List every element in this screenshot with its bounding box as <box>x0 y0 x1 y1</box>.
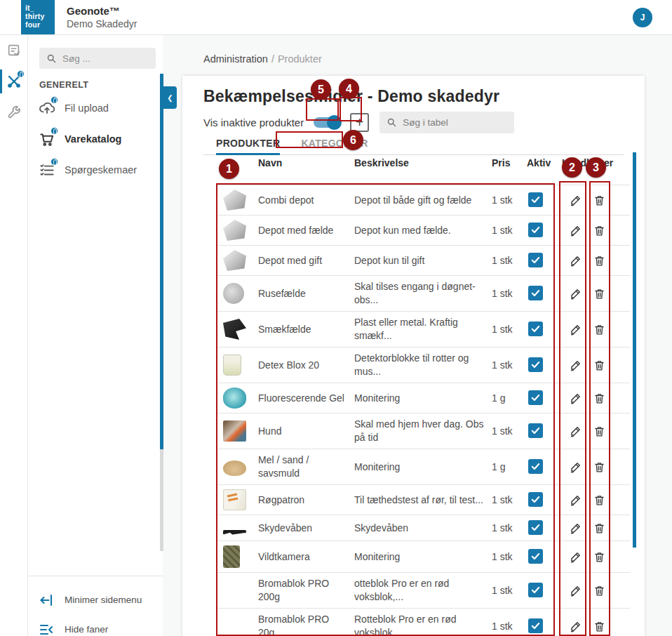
delete-button[interactable] <box>587 357 611 373</box>
logo-line: thirty <box>25 12 55 20</box>
product-thumbnail <box>223 545 240 568</box>
sidebar-collapse-tab[interactable]: ❮ <box>163 86 177 109</box>
active-checkbox[interactable] <box>528 357 543 372</box>
product-description: Rotteblok Pro er en rød voksblok... <box>354 613 492 636</box>
product-price: 1 stk <box>492 224 527 237</box>
active-checkbox[interactable] <box>528 583 543 597</box>
minimize-sidemenu-button[interactable]: Minimer sidemenu <box>28 585 163 614</box>
sidebar-item-fil-upload[interactable]: Fil upload <box>28 93 163 124</box>
delete-button[interactable] <box>587 222 611 239</box>
delete-button[interactable] <box>587 321 611 338</box>
table-row: Bromablok PRO 20g Rotteblok Pro er en rø… <box>216 608 630 636</box>
product-thumbnail <box>223 220 246 241</box>
rail-item-forms[interactable] <box>0 35 28 66</box>
add-product-button[interactable]: + <box>350 113 369 132</box>
checklist-icon <box>38 161 56 179</box>
user-avatar[interactable]: J <box>633 8 652 27</box>
delete-button[interactable] <box>587 582 611 599</box>
edit-button[interactable] <box>563 618 587 635</box>
sidebar-item-varekatalog[interactable]: Varekatalog <box>28 124 163 154</box>
sidebar-footer-divider <box>28 576 163 576</box>
delete-button[interactable] <box>587 491 611 508</box>
product-thumbnail <box>223 190 246 211</box>
active-checkbox[interactable] <box>528 253 543 267</box>
breadcrumb-administration[interactable]: Administration <box>203 53 268 65</box>
active-checkbox[interactable] <box>528 322 543 336</box>
hide-faner-label: Hide faner <box>65 624 108 635</box>
product-price: 1 stk <box>492 254 527 267</box>
tab-produkter[interactable]: PRODUKTER <box>216 133 280 154</box>
product-description: Monitering <box>354 461 492 474</box>
product-price: 1 stk <box>492 493 527 507</box>
tab-kategorier[interactable]: KATEGORIER <box>301 133 368 154</box>
sidebar-search-input[interactable] <box>62 53 140 64</box>
active-checkbox[interactable] <box>528 192 543 207</box>
product-description: Plast eller metal. Kraftig smækf... <box>354 316 492 343</box>
product-thumbnail <box>223 489 246 510</box>
product-description: Detektorblokke til rotter og mus... <box>354 352 492 378</box>
rail-item-tools[interactable] <box>0 66 28 97</box>
delete-button[interactable] <box>587 423 611 439</box>
search-icon <box>46 53 57 64</box>
product-description: Til tæthedstest af rør, til test... <box>354 493 492 507</box>
active-checkbox[interactable] <box>528 286 543 300</box>
active-checkbox[interactable] <box>528 618 543 633</box>
edit-button[interactable] <box>563 390 587 406</box>
table-row: Combi depot Depot til både gift og fælde… <box>216 185 630 215</box>
active-checkbox[interactable] <box>528 520 543 535</box>
tab-bar: PRODUKTER KATEGORIER <box>203 133 624 155</box>
product-name: Detex Blox 20 <box>258 359 354 372</box>
products-table: Navn Beskrivelse Pris Aktiv Handlinger C… <box>216 153 630 636</box>
table-search-input[interactable] <box>403 117 501 128</box>
logo-line: four <box>25 20 55 29</box>
col-header-handlinger: Handlinger <box>562 157 611 168</box>
product-name: Fluorescerende Gel <box>258 392 354 405</box>
product-thumbnail <box>223 616 246 636</box>
active-checkbox[interactable] <box>528 390 543 405</box>
hide-faner-button[interactable]: Hide faner <box>28 614 163 636</box>
table-search[interactable] <box>379 112 514 133</box>
cart-icon <box>38 130 56 148</box>
edit-button[interactable] <box>563 423 587 439</box>
active-checkbox[interactable] <box>528 459 543 474</box>
edit-button[interactable] <box>563 192 587 208</box>
delete-button[interactable] <box>587 192 611 208</box>
col-header-aktiv: Aktiv <box>527 157 563 168</box>
edit-button[interactable] <box>563 285 587 302</box>
edit-button[interactable] <box>563 582 587 599</box>
edit-button[interactable] <box>563 321 587 338</box>
edit-button[interactable] <box>563 458 587 475</box>
delete-button[interactable] <box>587 618 611 635</box>
delete-button[interactable] <box>587 390 611 406</box>
edit-button[interactable] <box>563 491 587 508</box>
edit-button[interactable] <box>563 252 587 269</box>
delete-button[interactable] <box>587 252 611 269</box>
product-description: otteblok Pro er en rød voksblok,... <box>354 577 492 604</box>
cloud-upload-icon <box>38 99 56 117</box>
edit-button[interactable] <box>563 519 587 536</box>
delete-button[interactable] <box>587 458 611 475</box>
product-description: Skydevåben <box>354 522 492 535</box>
active-checkbox[interactable] <box>528 423 543 438</box>
sidebar-item-spoergeskemaer[interactable]: Spørgeskemaer <box>28 154 163 185</box>
sidebar-search[interactable] <box>39 48 156 69</box>
delete-button[interactable] <box>587 519 611 536</box>
product-price: 1 stk <box>492 425 527 438</box>
show-inactive-toggle[interactable] <box>314 117 340 128</box>
delete-button[interactable] <box>587 548 611 565</box>
edit-button[interactable] <box>563 548 587 565</box>
active-checkbox[interactable] <box>528 492 543 507</box>
product-price: 1 stk <box>492 323 527 336</box>
edit-button[interactable] <box>563 222 587 239</box>
product-price: 1 g <box>492 461 527 474</box>
edit-button[interactable] <box>563 357 587 373</box>
rail-item-settings[interactable] <box>0 97 28 128</box>
product-price: 1 g <box>492 392 527 405</box>
active-checkbox[interactable] <box>528 549 543 564</box>
active-checkbox[interactable] <box>528 223 543 237</box>
delete-button[interactable] <box>587 285 611 302</box>
product-thumbnail <box>223 530 246 535</box>
table-scrollbar-thumb[interactable] <box>633 152 636 548</box>
product-name: Røgpatron <box>258 493 354 507</box>
sidebar-scrollbar-thumb[interactable] <box>160 74 163 449</box>
